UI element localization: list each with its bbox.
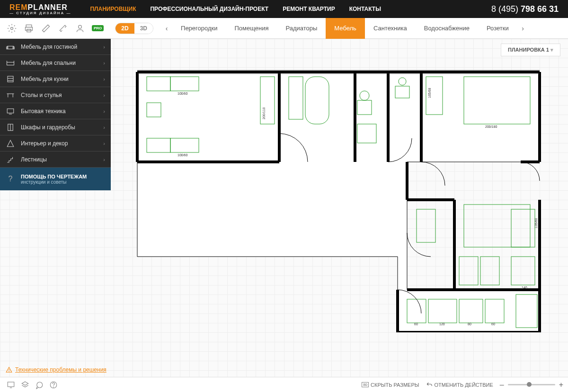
main-nav: ПЛАНИРОВЩИК ПРОФЕССИОНАЛЬНЫЙ ДИЗАЙН-ПРОЕ… xyxy=(90,6,381,12)
sidebar-help[interactable]: ? ПОМОЩЬ ПО ЧЕРТЕЖАМ инструкции и советы xyxy=(0,168,111,190)
svg-rect-37 xyxy=(8,76,13,82)
tab-partitions[interactable]: Перегородки xyxy=(172,18,226,39)
screen-icon[interactable] xyxy=(5,379,17,391)
sidebar-item-kitchen[interactable]: Мебель для кухни › xyxy=(0,71,111,87)
decor-icon xyxy=(6,139,15,148)
help-subtitle: инструкции и советы xyxy=(21,179,87,185)
nav-design-project[interactable]: ПРОФЕССИОНАЛЬНЫЙ ДИЗАЙН-ПРОЕКТ xyxy=(150,6,268,12)
print-icon[interactable] xyxy=(24,23,34,34)
dim-label: 60 xyxy=(491,322,495,326)
view-toggle: 2D 3D xyxy=(115,23,153,34)
undo-label: ОТМЕНИТЬ ДЕЙСТВИЕ xyxy=(435,382,493,388)
tab-radiators[interactable]: Радиаторы xyxy=(277,18,326,39)
zoom-in-button[interactable]: + xyxy=(559,381,563,389)
nav-contacts[interactable]: КОНТАКТЫ xyxy=(349,6,381,12)
svg-rect-24 xyxy=(459,257,478,285)
warning-icon xyxy=(6,366,12,373)
dim-label: 100/60 xyxy=(178,153,188,157)
chevron-right-icon: › xyxy=(103,60,105,66)
hide-dims-label: СКРЫТЬ РАЗМЕРЫ xyxy=(371,382,419,388)
wardrobe-icon xyxy=(6,123,15,132)
tv-icon xyxy=(6,107,15,116)
sidebar-label: Мебель для гостиной xyxy=(21,44,103,50)
view-2d-button[interactable]: 2D xyxy=(115,23,134,34)
sidebar: Мебель для гостиной › Мебель для спальни… xyxy=(0,39,111,190)
sidebar-item-wardrobes[interactable]: Шкафы и гардеробы › xyxy=(0,119,111,135)
tabs-prev-icon[interactable]: ‹ xyxy=(161,25,172,32)
zoom-out-button[interactable]: – xyxy=(500,381,504,389)
sidebar-label: Мебель для спальни xyxy=(21,60,103,66)
settings-icon[interactable] xyxy=(7,23,17,34)
svg-rect-1 xyxy=(26,25,32,27)
chevron-right-icon: › xyxy=(103,108,105,114)
sidebar-item-appliances[interactable]: Бытовая техника › xyxy=(0,103,111,119)
tools-icon[interactable] xyxy=(58,23,68,34)
sidebar-item-bedroom[interactable]: Мебель для спальни › xyxy=(0,55,111,71)
svg-rect-43 xyxy=(7,108,14,113)
tab-water-supply[interactable]: Водоснабжение xyxy=(416,18,478,39)
sidebar-label: Лестницы xyxy=(21,156,103,163)
sidebar-item-decor[interactable]: Интерьер и декор › xyxy=(0,135,111,151)
logo-planner: PLANNER xyxy=(28,3,68,11)
hide-dimensions-button[interactable]: 80 СКРЫТЬ РАЗМЕРЫ xyxy=(362,382,419,388)
tab-rooms[interactable]: Помещения xyxy=(226,18,277,39)
user-icon[interactable] xyxy=(75,23,85,34)
sidebar-item-living-room[interactable]: Мебель для гостиной › xyxy=(0,39,111,55)
floorplan[interactable]: 100/60 100/60 200/110 165/68 200/180 135… xyxy=(133,67,549,332)
view-3d-button[interactable]: 3D xyxy=(134,23,153,34)
chevron-right-icon: › xyxy=(103,44,105,50)
logo-subtitle: — СТУДИЯ ДИЗАЙНА — xyxy=(9,11,71,15)
ruler-badge: 80 xyxy=(362,382,369,387)
chevron-right-icon: › xyxy=(103,92,105,98)
svg-point-4 xyxy=(79,25,82,28)
layers-icon[interactable] xyxy=(19,379,31,391)
dim-label: 120 xyxy=(439,322,445,326)
logo-rem: REM xyxy=(9,3,28,11)
svg-point-0 xyxy=(11,27,13,29)
zoom-thumb[interactable] xyxy=(527,382,532,387)
chevron-right-icon: › xyxy=(103,125,105,130)
logo[interactable]: REMPLANNER — СТУДИЯ ДИЗАЙНА — xyxy=(0,3,80,15)
chevron-right-icon: › xyxy=(103,141,105,146)
svg-rect-26 xyxy=(511,257,535,285)
zoom-slider[interactable] xyxy=(508,384,555,385)
table-icon xyxy=(6,91,15,99)
category-tabs: ‹ Перегородки Помещения Радиаторы Мебель… xyxy=(161,18,568,39)
svg-rect-49 xyxy=(8,382,14,387)
svg-rect-2 xyxy=(26,27,33,30)
svg-rect-27 xyxy=(511,209,535,247)
tab-furniture[interactable]: Мебель xyxy=(326,18,365,39)
bottombar: 80 СКРЫТЬ РАЗМЕРЫ ОТМЕНИТЬ ДЕЙСТВИЕ – + xyxy=(0,377,568,392)
tabs-next-icon[interactable]: › xyxy=(517,25,529,32)
dim-label: 135/60 xyxy=(534,218,538,228)
help-title: ПОМОЩЬ ПО ЧЕРТЕЖАМ xyxy=(21,174,87,179)
svg-point-48 xyxy=(9,371,9,372)
sidebar-label: Мебель для кухни xyxy=(21,76,103,82)
dim-label: 60 xyxy=(414,322,418,326)
ruler-icon[interactable] xyxy=(41,23,51,34)
cabinet-icon xyxy=(6,75,15,83)
phone-number: 8 (495) 798 66 31 xyxy=(491,4,568,14)
dim-label: 80 xyxy=(468,322,471,326)
dim-label: 140 xyxy=(522,286,527,289)
dim-label: 100/60 xyxy=(178,92,188,95)
zoom-control: – + xyxy=(500,381,563,389)
plan-selector[interactable]: ПЛАНИРОВКА 1 xyxy=(501,44,560,56)
nav-planner[interactable]: ПЛАНИРОВЩИК xyxy=(90,6,136,12)
chat-icon[interactable] xyxy=(33,379,45,391)
sidebar-item-stairs[interactable]: Лестницы › xyxy=(0,151,111,168)
sidebar-label: Интерьер и декор xyxy=(21,140,103,147)
nav-renovation[interactable]: РЕМОНТ КВАРТИР xyxy=(283,6,335,12)
help-icon[interactable] xyxy=(47,379,60,391)
chevron-right-icon: › xyxy=(103,157,105,162)
question-icon: ? xyxy=(6,175,15,183)
tab-plumbing[interactable]: Сантехника xyxy=(365,18,416,39)
tech-issues-link[interactable]: Технические проблемы и решения xyxy=(6,366,106,373)
tab-outlets[interactable]: Розетки xyxy=(478,18,517,39)
undo-button[interactable]: ОТМЕНИТЬ ДЕЙСТВИЕ xyxy=(426,382,493,388)
phone-main: 798 66 31 xyxy=(521,4,559,14)
sidebar-label: Бытовая техника xyxy=(21,108,103,115)
sidebar-item-tables[interactable]: Столы и стулья › xyxy=(0,87,111,103)
pro-badge[interactable]: PRO xyxy=(92,25,104,31)
svg-rect-22 xyxy=(464,205,530,247)
